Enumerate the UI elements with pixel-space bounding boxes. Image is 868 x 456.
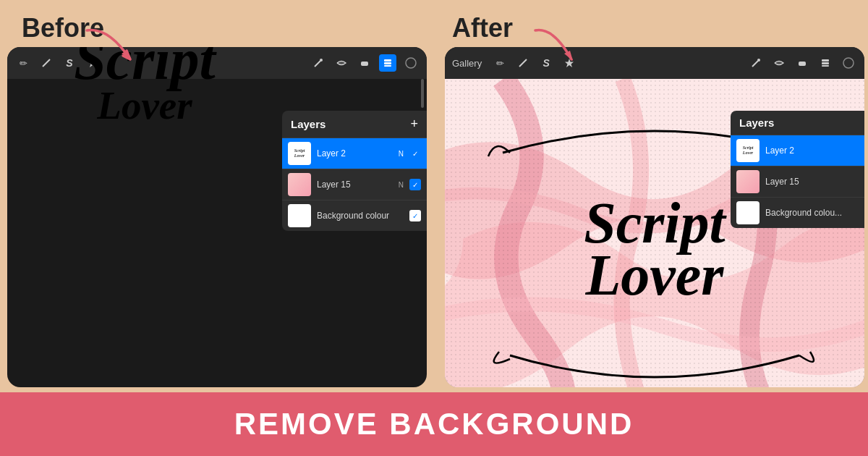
layer-name-2-after: Layer 2 (765, 145, 859, 156)
svg-point-8 (406, 58, 416, 68)
toolbar-after: Gallery ✏ S (445, 47, 864, 79)
layer-mode-2-before: N (399, 150, 404, 158)
layer-name-2-before: Layer 2 (317, 148, 393, 159)
layer-check-2-before[interactable]: ✓ (409, 148, 421, 159)
gallery-button[interactable]: Gallery (452, 58, 482, 69)
layers-icon-active[interactable] (379, 54, 396, 72)
brush-icon[interactable] (310, 54, 327, 72)
pencil-icon[interactable]: ✏ (14, 54, 32, 72)
layer-thumb-2-before: ScriptLover (288, 142, 311, 165)
layer-check-15-before[interactable]: ✓ (409, 179, 421, 190)
bottom-banner: REMOVE BACKGROUND (0, 392, 868, 456)
layer-item-15-before[interactable]: Layer 15 N ✓ (282, 169, 427, 200)
arrow-before-icon (80, 23, 166, 81)
tablet-before: ✏ S (7, 47, 427, 387)
layer-item-2-after[interactable]: ScriptLover Layer 2 (731, 135, 864, 166)
layer-item-bg-after[interactable]: Background colou... (731, 197, 864, 228)
layers-title-after: Layers (739, 117, 774, 129)
svg-line-9 (752, 61, 758, 67)
svg-point-15 (843, 58, 854, 68)
smudge-icon[interactable] (38, 54, 55, 72)
layer-mode-15-before: N (399, 181, 404, 189)
add-layer-button-before[interactable]: + (410, 117, 418, 132)
banner-text: REMOVE BACKGROUND (234, 407, 634, 442)
layers-header-after: Layers (731, 111, 864, 135)
letter-s-icon[interactable]: S (61, 54, 78, 72)
layer-name-15-before: Layer 15 (317, 180, 393, 190)
color-circle-icon[interactable] (402, 54, 420, 72)
canvas-marble: Script Lover Layers (445, 79, 864, 387)
svg-rect-12 (822, 59, 829, 62)
eraser-icon[interactable] (356, 54, 373, 72)
layers-title-before: Layers (291, 118, 326, 130)
scroll-indicator-before[interactable] (421, 79, 424, 108)
pencil-icon-after[interactable]: ✏ (491, 54, 509, 72)
svg-rect-14 (822, 65, 829, 67)
layers-panel-after: Layers ScriptLover Layer 2 Layer 15 (731, 111, 864, 228)
layers-panel-before: Layers + ScriptLover Layer 2 N ✓ (282, 111, 427, 231)
svg-line-2 (315, 61, 320, 67)
color-circle-icon-after[interactable] (840, 54, 857, 72)
eraser-icon-after[interactable] (793, 54, 811, 72)
label-after: After (452, 13, 513, 43)
layer-item-15-after[interactable]: Layer 15 (731, 166, 864, 197)
layer-name-15-after: Layer 15 (765, 177, 859, 187)
layer-check-bg-before[interactable]: ✓ (409, 210, 421, 221)
script-line2: Lover (22, 85, 268, 125)
smear-icon[interactable] (333, 54, 350, 72)
svg-point-3 (320, 59, 323, 62)
svg-marker-1 (564, 51, 573, 61)
layer-name-bg-after: Background colou... (765, 208, 859, 218)
svg-rect-6 (384, 62, 391, 64)
layer-thumb-bg-before (288, 204, 311, 227)
layer-item-2-before[interactable]: ScriptLover Layer 2 N ✓ (282, 138, 427, 169)
layer-thumb-2-after: ScriptLover (736, 139, 760, 162)
svg-rect-7 (384, 65, 391, 67)
tablet-after: Gallery ✏ S (445, 47, 864, 387)
section-divider (434, 0, 437, 391)
svg-point-10 (757, 59, 760, 62)
svg-rect-4 (361, 62, 368, 66)
smear-icon-after[interactable] (770, 54, 788, 72)
svg-rect-13 (822, 62, 829, 64)
layers-header-before: Layers + (282, 111, 427, 138)
layer-thumb-bg-after (736, 201, 760, 224)
toolbar-before: ✏ S (7, 47, 427, 79)
layer-name-bg-before: Background colour (317, 211, 404, 221)
layer-thumb-15-after (736, 170, 760, 193)
svg-rect-11 (799, 62, 806, 66)
layer-item-bg-before[interactable]: Background colour ✓ (282, 200, 427, 231)
layers-icon-after[interactable] (817, 54, 834, 72)
layer-thumb-15-before (288, 173, 311, 196)
arrow-after-icon (528, 23, 600, 81)
brush-icon-after[interactable] (747, 54, 765, 72)
main-container: Before After ✏ S (0, 0, 868, 456)
svg-rect-5 (384, 59, 391, 62)
